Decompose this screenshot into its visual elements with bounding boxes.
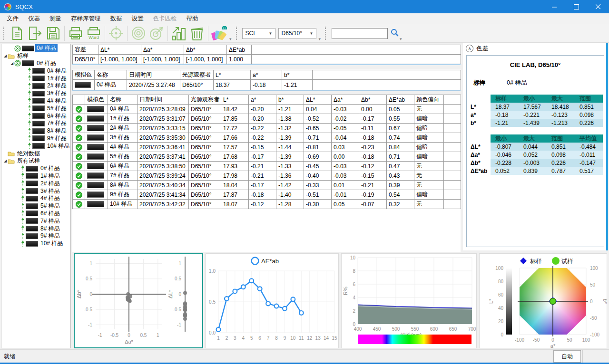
menu-item-6[interactable]: 设置 — [127, 14, 148, 24]
arrow-icon — [21, 172, 25, 179]
tree-item[interactable]: 8# 样品 — [1, 225, 70, 232]
toolbar-overflow-icon[interactable]: ▾ — [400, 37, 402, 41]
tree-item[interactable]: 4# 样品 — [1, 195, 70, 202]
collapse-panel-icon[interactable]: ∧ — [466, 45, 473, 52]
tree-item[interactable]: ◢标样 — [1, 52, 70, 60]
print-word-button[interactable]: Word — [85, 25, 103, 42]
table-row[interactable]: 6# 样品2020/7/25 3:38:50D65/10°17.93-0.21-… — [73, 162, 461, 171]
tree-item[interactable]: 9# 样品 — [1, 232, 70, 240]
tree-item[interactable]: 10# 样品 — [1, 142, 70, 150]
tree-item[interactable]: ◢所有试样 — [1, 157, 70, 165]
maximize-button[interactable] — [565, 0, 587, 13]
tree-item-label: 2# 样品 — [39, 180, 61, 188]
minimize-button[interactable] — [543, 0, 565, 13]
tree-expander-icon[interactable]: ◢ — [10, 61, 14, 66]
column-header: 范围 — [547, 134, 575, 143]
toolbar-overflow-icon[interactable]: ▾ — [229, 37, 232, 41]
table-row[interactable]: 3# 样品2020/7/25 3:35:30D65/10°17.66-0.22-… — [73, 133, 461, 143]
chart-button[interactable] — [170, 25, 188, 42]
stat-value: -0.046 — [491, 151, 519, 159]
table-row[interactable]: D65/10°[-1.000, 1.000][-1.000, 1.000][-1… — [73, 55, 461, 64]
mode-combo[interactable]: SCI▼ — [242, 28, 275, 39]
tree-item[interactable]: 2# 样品 — [1, 82, 70, 90]
search-icon[interactable] — [391, 29, 399, 38]
menu-item-8[interactable]: 帮助 — [182, 14, 203, 24]
tree-expander-icon[interactable]: ◢ — [3, 159, 8, 163]
tree-item[interactable]: 0# 样品 — [1, 45, 70, 52]
concentric-circles-button[interactable] — [129, 25, 147, 42]
tree-item[interactable]: 6# 样品 — [1, 210, 70, 218]
tree-item[interactable]: 2# 样品 — [1, 180, 70, 187]
table-row[interactable]: 0# 样品 2020/7/25 3:27:48 D65/10° 18.37 -0… — [73, 80, 461, 90]
table-row[interactable]: 0# 样品2020/7/25 3:28:09D65/10°18.42-0.20-… — [73, 105, 461, 114]
chart-de-trend[interactable]: ΔE*ab0.00.51.0123456789101112131415 — [206, 253, 339, 348]
tree-item[interactable]: ◢0# 样品 — [1, 60, 70, 67]
table-row[interactable]: 1# 样品2020/7/25 3:31:07D65/10°17.85-0.20-… — [73, 114, 461, 124]
table-row[interactable]: 8# 样品2020/7/25 3:40:34D65/10°18.04-0.17-… — [73, 181, 461, 190]
panel-title: 色差 — [476, 45, 488, 53]
tree-expander-icon[interactable]: ◢ — [3, 54, 8, 58]
sample-cell: -0.20 — [249, 114, 276, 124]
search-input[interactable] — [332, 28, 388, 39]
table-row[interactable]: 10# 样品2020/7/25 3:42:32D65/10°18.07-0.12… — [73, 200, 461, 209]
tree-item[interactable]: 7# 样品 — [1, 120, 70, 127]
tolerance-table: 容差ΔL*Δa*Δb*ΔE*ab D65/10°[-1.000, 1.000][… — [72, 45, 461, 65]
menu-item-1[interactable]: 文件 — [2, 14, 23, 24]
tree-item[interactable]: 0# 样品 — [1, 165, 70, 172]
tree-item-label: 0# 样品 — [35, 44, 58, 52]
print-button[interactable] — [67, 25, 85, 42]
auto-button[interactable]: 自动 — [553, 350, 581, 363]
color-swatch — [26, 211, 38, 216]
svg-text:2: 2 — [226, 335, 228, 341]
chart-lab-color-wheel[interactable]: 标样试样100806040200L*-100-50050100100500-50… — [479, 253, 607, 348]
menu-item-4[interactable]: 存样库管理 — [66, 14, 106, 24]
tree-item[interactable]: 7# 样品 — [1, 217, 70, 225]
panel-scrollbar[interactable] — [606, 43, 608, 250]
chart-spectral-reflectance[interactable]: 0246810400450500550600650700波长(nm)R% — [341, 253, 477, 348]
tree-item[interactable]: 8# 样品 — [1, 127, 70, 135]
color-swatch — [32, 121, 45, 126]
tree-item[interactable]: 3# 样品 — [1, 90, 70, 97]
table-row[interactable]: 7# 样品2020/7/25 3:39:24D65/10°17.98-0.21-… — [73, 171, 461, 181]
table-row[interactable]: 2# 样品2020/7/25 3:33:15D65/10°17.72-0.22-… — [73, 124, 461, 133]
tree-item[interactable]: 4# 样品 — [1, 97, 70, 105]
tree-item[interactable]: 9# 样品 — [1, 135, 70, 143]
toolbar-overflow-icon[interactable]: ▾ — [319, 37, 321, 41]
arrow-icon — [21, 218, 25, 224]
tree-item[interactable]: 0# 样品 — [1, 67, 70, 75]
save-button[interactable] — [44, 25, 62, 42]
sample-cell: 无 — [414, 105, 444, 114]
illuminant-combo[interactable]: D65/10°▼ — [278, 28, 316, 39]
menu-item-7[interactable]: 色卡匹检 — [148, 14, 182, 24]
close-button[interactable] — [587, 0, 609, 13]
chart-dab-dl-scatter[interactable]: -1-0.500.51-1-0.500.51Δa*Δb*-1-0.500.51Δ… — [74, 253, 203, 348]
tree-item[interactable]: 1# 样品 — [1, 172, 70, 180]
tree-item[interactable]: 绝对数据 — [1, 150, 70, 157]
new-document-button[interactable] — [8, 25, 26, 42]
menu-item-3[interactable]: 测量 — [45, 14, 66, 24]
table-row[interactable]: 9# 样品2020/7/25 3:41:34D65/10°17.87-0.18-… — [73, 190, 461, 200]
pass-check-icon — [73, 163, 85, 170]
sample-cell: 无 — [414, 181, 444, 190]
export-button[interactable] — [26, 25, 44, 42]
tree-item[interactable]: 1# 样品 — [1, 75, 70, 82]
menu-item-5[interactable]: 数据 — [106, 14, 127, 24]
color-fan-search-button[interactable] — [210, 25, 228, 42]
column-header: 光源观察者 — [180, 70, 214, 80]
sample-cell: 1# 样品 — [108, 114, 138, 124]
sample-cell: 18.07 — [221, 200, 249, 209]
crosshair-button[interactable] — [107, 25, 125, 42]
table-row[interactable]: 4# 样品2020/7/25 3:36:41D65/10°17.57-0.15-… — [73, 143, 461, 152]
table-row[interactable]: 5# 样品2020/7/25 3:37:41D65/10°17.68-0.17-… — [73, 152, 461, 162]
color-swatch — [87, 106, 104, 112]
tree-item[interactable]: 3# 样品 — [1, 187, 70, 195]
tree-item[interactable]: 5# 样品 — [1, 105, 70, 112]
toolbar-separator — [208, 26, 208, 41]
trash-button[interactable] — [188, 25, 206, 42]
target-arrow-button[interactable] — [147, 25, 166, 42]
tree-item[interactable]: 6# 样品 — [1, 112, 70, 120]
tree-item[interactable]: 10# 样品 — [1, 240, 70, 248]
sample-cell: 偏暗 — [414, 190, 444, 200]
tree-item[interactable]: 5# 样品 — [1, 202, 70, 210]
menu-item-2[interactable]: 仪器 — [23, 14, 45, 24]
